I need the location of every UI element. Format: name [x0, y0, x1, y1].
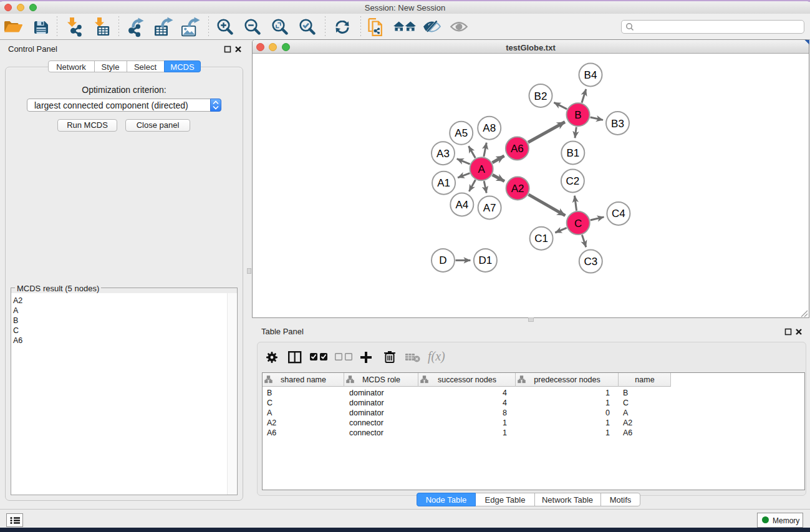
svg-text:D: D [439, 254, 446, 266]
svg-text:C2: C2 [566, 175, 580, 187]
svg-text:D1: D1 [479, 254, 493, 266]
svg-text:B1: B1 [566, 147, 579, 159]
svg-text:C1: C1 [534, 233, 548, 244]
svg-text:B4: B4 [584, 69, 597, 81]
svg-text:B2: B2 [534, 90, 547, 102]
svg-text:A2: A2 [511, 183, 524, 195]
svg-text:A7: A7 [483, 202, 496, 214]
svg-text:A4: A4 [455, 199, 468, 211]
svg-text:A1: A1 [437, 177, 450, 189]
svg-text:C3: C3 [584, 256, 597, 268]
svg-text:A5: A5 [455, 127, 468, 139]
svg-text:A: A [478, 163, 485, 175]
svg-text:C: C [574, 218, 582, 230]
svg-text:B: B [574, 109, 581, 121]
svg-text:C4: C4 [612, 208, 625, 220]
svg-text:B3: B3 [611, 118, 624, 130]
svg-text:A3: A3 [436, 148, 450, 160]
svg-text:A8: A8 [483, 122, 496, 134]
svg-text:A6: A6 [511, 143, 524, 155]
